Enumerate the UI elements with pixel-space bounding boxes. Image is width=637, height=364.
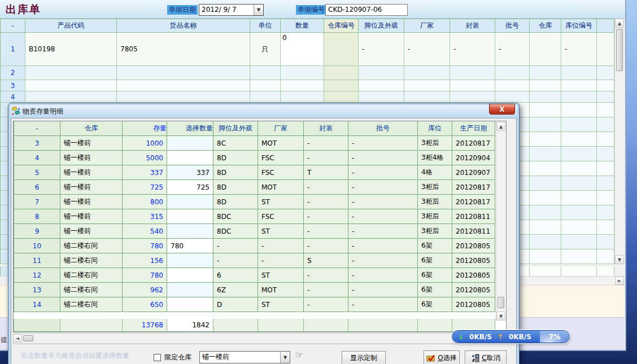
cell-package[interactable]: - xyxy=(304,283,348,297)
cell-package[interactable]: - xyxy=(304,209,348,224)
cell-package[interactable]: - xyxy=(304,195,348,209)
cell-warehouse[interactable]: 铺二楼右间 xyxy=(60,297,123,312)
cell-row-number[interactable]: 8 xyxy=(14,209,60,224)
scroll-left-icon[interactable]: ◄ xyxy=(13,334,22,343)
cell-pin[interactable]: - xyxy=(213,253,258,268)
cell-pin[interactable]: 8DC xyxy=(213,209,258,224)
cell-location[interactable]: 3柜后 xyxy=(418,195,452,209)
cell-location-no[interactable] xyxy=(561,132,597,147)
cell-warehouse[interactable]: 铺一楼前 xyxy=(60,180,123,195)
cell-warehouse[interactable] xyxy=(530,103,561,117)
cell-stock[interactable]: 540 xyxy=(123,224,167,239)
cell-warehouse[interactable]: 铺二楼右间 xyxy=(60,253,123,268)
cell-location-no[interactable] xyxy=(561,103,597,117)
cell-location-no[interactable] xyxy=(561,161,597,176)
cell-warehouse[interactable] xyxy=(530,117,561,132)
cell-stock[interactable]: 315 xyxy=(123,209,167,224)
cell-batch[interactable]: - xyxy=(348,151,418,165)
cell-batch[interactable]: - xyxy=(348,136,418,151)
cell-select-quantity[interactable] xyxy=(167,297,213,312)
cell-package[interactable]: - xyxy=(304,151,348,165)
cell-prod-date[interactable]: 20120805 xyxy=(452,268,495,283)
cell-maker[interactable]: MOT xyxy=(258,283,304,297)
cell-warehouse[interactable]: 铺二楼右间 xyxy=(60,268,123,283)
date-combobox[interactable]: 2012/ 9/ 7 ▼ xyxy=(199,4,264,16)
cell-product-code[interactable] xyxy=(25,80,117,91)
cell-prod-date[interactable]: 20120817 xyxy=(452,195,495,209)
close-button[interactable]: X xyxy=(489,104,515,115)
cell-maker[interactable]: ST xyxy=(258,268,304,283)
cell-pin[interactable]: 6Z xyxy=(213,283,258,297)
cell-maker[interactable]: - xyxy=(404,33,450,66)
cell-select-quantity[interactable] xyxy=(167,253,213,268)
cell-warehouse[interactable]: 铺二楼右间 xyxy=(60,283,123,297)
cell-product-code[interactable] xyxy=(25,91,117,103)
cell-maker[interactable]: FSC xyxy=(258,151,304,165)
horizontal-scrollbar[interactable]: ◄ ► xyxy=(13,334,507,343)
cell-location-no[interactable] xyxy=(561,66,597,80)
cell-prod-date[interactable]: 20120805 xyxy=(452,283,495,297)
cell-stock[interactable]: 725 xyxy=(123,180,167,195)
cell-warehouse[interactable]: 铺一楼前 xyxy=(60,151,123,165)
network-speed-widget[interactable]: ↓ 0KB/S ↑ 0KB/S 7% xyxy=(452,330,570,343)
cell-select-quantity[interactable] xyxy=(167,283,213,297)
cell-location[interactable]: 3柜后 xyxy=(418,224,452,239)
cell-warehouse[interactable] xyxy=(530,161,561,176)
scroll-right-icon[interactable]: ► xyxy=(615,277,624,285)
warehouse-select[interactable]: 铺一楼前 ▼ xyxy=(199,351,290,363)
cell-batch[interactable]: - xyxy=(348,253,418,268)
select-button[interactable]: O选择 xyxy=(424,350,460,364)
cell-warehouse[interactable]: 铺一楼前 xyxy=(60,224,123,239)
cell-maker[interactable]: MOT xyxy=(258,180,304,195)
chevron-down-icon[interactable]: ▼ xyxy=(254,5,263,15)
cell-pin[interactable]: 8DC xyxy=(213,224,258,239)
cell-stock[interactable]: 780 xyxy=(123,239,167,253)
cell-location[interactable]: 3柜后 xyxy=(418,180,452,195)
cell-row-number[interactable]: 6 xyxy=(14,180,60,195)
cell-prod-date[interactable]: 20120817 xyxy=(452,136,495,151)
cell-warehouse[interactable]: 铺一楼前 xyxy=(60,136,123,151)
cell-row-number[interactable]: 4 xyxy=(0,91,25,103)
cell-prod-date[interactable]: 20120817 xyxy=(452,180,495,195)
cell-maker[interactable]: ST xyxy=(258,297,304,312)
cell-row-number[interactable]: 2 xyxy=(0,66,25,80)
network-speed-section[interactable]: ↓ 0KB/S ↑ 0KB/S xyxy=(452,331,540,343)
cell-batch[interactable] xyxy=(495,66,530,80)
cell-warehouse[interactable] xyxy=(530,91,561,103)
cell-package[interactable]: S xyxy=(304,253,348,268)
cell-warehouse-no[interactable] xyxy=(324,66,359,80)
cell-unit[interactable]: 只 xyxy=(250,33,281,66)
cell-select-quantity[interactable]: 725 xyxy=(167,180,213,195)
cell-package[interactable] xyxy=(450,80,495,91)
cell-pin[interactable] xyxy=(359,80,404,91)
cell-row-number[interactable]: 1 xyxy=(0,33,25,66)
cell-package[interactable] xyxy=(450,91,495,103)
cell-stock[interactable]: 800 xyxy=(123,195,167,209)
cell-row-number[interactable]: 3 xyxy=(14,136,60,151)
cell-package[interactable]: - xyxy=(304,136,348,151)
cell-warehouse[interactable] xyxy=(530,205,561,220)
display-customize-button[interactable]: 显示定制 xyxy=(342,351,386,364)
cell-maker[interactable]: - xyxy=(258,239,304,253)
cell-warehouse[interactable]: 铺一楼前 xyxy=(60,195,123,209)
cell-package[interactable] xyxy=(450,66,495,80)
cell-pin[interactable]: 8D xyxy=(213,165,258,180)
cell-location-no[interactable] xyxy=(561,176,597,191)
cell-warehouse-no[interactable] xyxy=(324,80,359,91)
cell-row-number[interactable]: 4 xyxy=(14,151,60,165)
cell-stock[interactable]: 5000 xyxy=(123,151,167,165)
cell-row-number[interactable]: 5 xyxy=(14,165,60,180)
scroll-down-icon[interactable]: ▼ xyxy=(615,255,624,264)
cell-package[interactable]: - xyxy=(304,268,348,283)
cell-batch[interactable]: - xyxy=(348,239,418,253)
scrollbar-thumb[interactable] xyxy=(23,335,33,341)
cell-pin[interactable] xyxy=(359,66,404,80)
cell-stock[interactable]: 156 xyxy=(123,253,167,268)
cell-prod-date[interactable]: 20120805 xyxy=(452,253,495,268)
cell-batch[interactable]: - xyxy=(348,209,418,224)
cell-maker[interactable]: MOT xyxy=(258,136,304,151)
cell-pin[interactable]: - xyxy=(359,33,404,66)
cell-package[interactable]: - xyxy=(304,297,348,312)
cell-pin[interactable]: - xyxy=(213,239,258,253)
cell-prod-date[interactable]: 20120811 xyxy=(452,224,495,239)
